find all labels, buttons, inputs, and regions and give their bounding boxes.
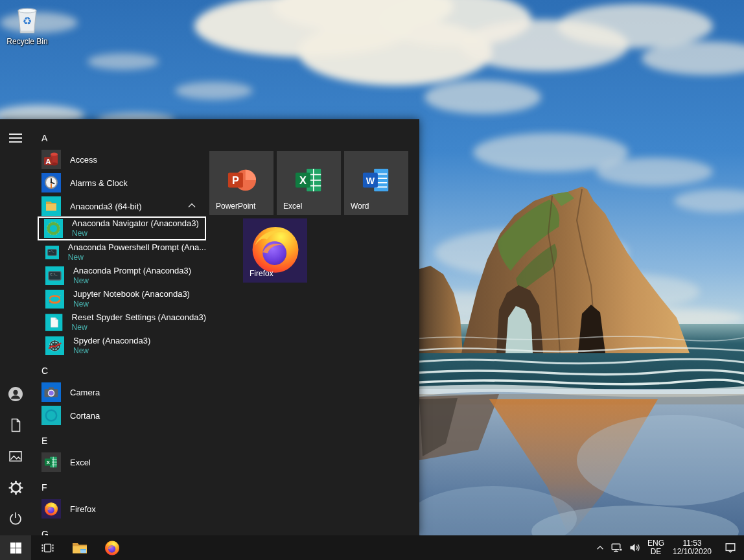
file-explorer-button[interactable]: [64, 535, 96, 560]
access-icon: [41, 150, 61, 169]
app-list: A Access Alarms & Clock Anaconda3 (64-bi…: [38, 119, 207, 535]
new-badge: New: [68, 253, 206, 262]
recycle-bin-label: Recycle Bin: [6, 37, 47, 46]
power-icon: [8, 511, 23, 526]
jupyter-notebook-icon: [45, 290, 64, 309]
new-badge: New: [72, 229, 199, 239]
action-center-icon: [725, 542, 736, 554]
file-explorer-icon: [72, 541, 87, 555]
tile-firefox[interactable]: Firefox: [243, 218, 307, 283]
alarms-clock-icon: [41, 173, 61, 192]
excel-icon: [294, 165, 324, 195]
word-icon: [362, 165, 391, 195]
app-item-firefox[interactable]: Firefox: [38, 497, 207, 520]
firefox-icon: [248, 222, 303, 276]
hamburger-icon: [9, 133, 22, 143]
new-badge: New: [73, 276, 191, 286]
start-menu-rail: [0, 119, 31, 535]
desktop: X W P A: [0, 0, 744, 560]
section-header-a: A: [41, 132, 47, 144]
network-status-button[interactable]: [608, 535, 626, 560]
app-item-excel[interactable]: Excel: [38, 450, 207, 474]
system-tray: ENG DE 11:53 12/10/2020: [592, 535, 744, 560]
documents-icon: [8, 418, 23, 432]
start-button[interactable]: [0, 535, 31, 560]
firefox-icon: [104, 539, 121, 556]
firefox-icon: [41, 499, 61, 519]
new-badge: New: [73, 299, 190, 309]
section-header-e: E: [41, 435, 47, 447]
app-item-jupyter-notebook[interactable]: Jupyter Notebook (Anaconda3) New: [38, 287, 206, 310]
speaker-icon: [629, 542, 641, 553]
powerpoint-icon: [227, 165, 257, 195]
app-item-cortana[interactable]: Cortana: [38, 404, 207, 427]
tray-date: 12/10/2020: [671, 548, 714, 556]
network-icon: [611, 542, 623, 553]
svg-text:♻: ♻: [23, 15, 32, 27]
chevron-up-icon: [596, 543, 605, 552]
language-secondary: DE: [647, 548, 664, 556]
language-indicator[interactable]: ENG DE: [644, 535, 668, 560]
task-view-button[interactable]: [31, 535, 64, 560]
spyder-icon: [45, 336, 64, 355]
anaconda-folder-icon: [41, 196, 61, 216]
cortana-icon: [41, 406, 61, 425]
start-menu: A Access Alarms & Clock Anaconda3 (64-bi…: [0, 119, 419, 535]
excel-icon: [41, 452, 61, 472]
gear-icon: [8, 480, 23, 495]
app-item-spyder[interactable]: Spyder (Anaconda3) New: [38, 334, 206, 357]
desktop-icon-recycle-bin[interactable]: ♻ Recycle Bin: [3, 5, 52, 46]
section-header-f: F: [41, 482, 47, 493]
settings-button[interactable]: [0, 472, 31, 503]
app-item-anaconda-prompt[interactable]: Anaconda Prompt (Anaconda3) New: [38, 264, 206, 287]
section-header-g: G: [41, 528, 49, 535]
chevron-up-icon: [188, 203, 196, 208]
documents-button[interactable]: [0, 410, 31, 441]
user-avatar-icon: [8, 386, 23, 402]
start-menu-expand-button[interactable]: [0, 122, 31, 154]
pictures-icon: [8, 449, 23, 463]
app-item-alarms-clock[interactable]: Alarms & Clock: [38, 171, 207, 194]
taskbar-firefox-button[interactable]: [96, 535, 128, 560]
user-account-button[interactable]: [0, 379, 31, 410]
app-item-anaconda-navigator[interactable]: Anaconda Navigator (Anaconda3) New: [38, 216, 206, 240]
recycle-bin-icon: ♻: [10, 5, 44, 36]
app-item-anaconda-powershell-prompt[interactable]: Anaconda Powershell Prompt (Ana... New: [38, 240, 206, 264]
clock[interactable]: 11:53 12/10/2020: [668, 535, 717, 560]
tile-excel[interactable]: Excel: [277, 151, 341, 215]
anaconda-navigator-icon: [44, 219, 63, 238]
power-button[interactable]: [0, 503, 31, 534]
tray-expand-button[interactable]: [592, 535, 608, 560]
anaconda-prompt-icon: [45, 266, 64, 285]
tile-word[interactable]: Word: [344, 151, 408, 215]
reset-spyder-icon: [45, 313, 63, 332]
windows-logo-icon: [10, 542, 21, 554]
section-header-c: C: [41, 365, 48, 377]
anaconda-powershell-icon: [45, 243, 59, 262]
app-group-anaconda3[interactable]: Anaconda3 (64-bit): [38, 194, 207, 218]
app-item-access[interactable]: Access: [38, 148, 207, 171]
camera-icon: [41, 382, 61, 402]
volume-button[interactable]: [626, 535, 644, 560]
task-view-icon: [41, 542, 54, 554]
new-badge: New: [72, 323, 206, 332]
app-item-reset-spyder-settings[interactable]: Reset Spyder Settings (Anaconda3) New: [38, 310, 206, 334]
action-center-button[interactable]: [717, 535, 744, 560]
app-item-camera[interactable]: Camera: [38, 380, 207, 404]
new-badge: New: [73, 346, 150, 356]
pictures-button[interactable]: [0, 441, 31, 472]
tile-powerpoint[interactable]: PowerPoint: [209, 151, 273, 215]
tile-area: PowerPoint Excel Word Firefox: [209, 151, 410, 287]
taskbar: ENG DE 11:53 12/10/2020: [0, 535, 744, 560]
